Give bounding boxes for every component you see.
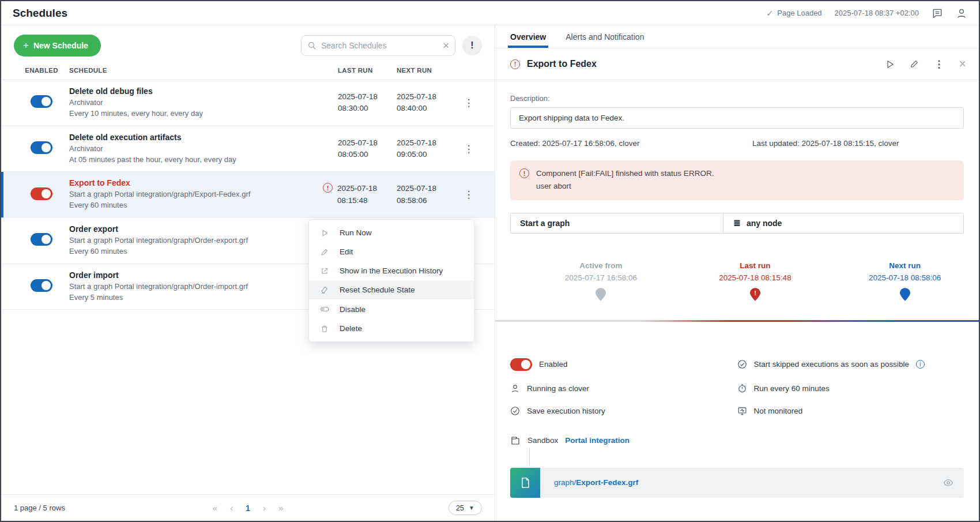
sandbox-link[interactable]: Portal integration	[565, 436, 630, 445]
new-schedule-button[interactable]: + New Schedule	[14, 35, 101, 57]
enabled-toggle[interactable]	[31, 233, 52, 246]
row-context-menu: Run Now Edit Show in the Execution Histo…	[308, 219, 474, 342]
enabled-toggle[interactable]	[31, 279, 52, 292]
enabled-setting: Enabled	[510, 358, 737, 371]
table-row[interactable]: Delete old execution artifacts Archivato…	[1, 126, 495, 172]
stopwatch-icon	[737, 384, 747, 393]
menu-item-edit[interactable]: Edit	[309, 242, 474, 261]
info-icon[interactable]: i	[916, 360, 925, 369]
enabled-toggle[interactable]	[31, 141, 52, 154]
play-icon	[319, 229, 329, 237]
table-row-selected[interactable]: Export to Fedex Start a graph Portal int…	[1, 172, 495, 218]
first-page-icon[interactable]: «	[213, 503, 217, 513]
pin-icon	[537, 288, 664, 301]
graph-file-row[interactable]: graph/Export-Fedex.grf	[510, 468, 964, 498]
enabled-toggle[interactable]	[31, 95, 52, 108]
problems-indicator-button[interactable]: !	[462, 36, 482, 55]
close-icon[interactable]: ×	[959, 57, 966, 72]
feedback-icon[interactable]	[932, 7, 943, 19]
plus-icon: +	[23, 40, 29, 51]
more-actions-icon[interactable]: ⋮	[934, 58, 944, 70]
timeline-last-run: Last run 2025-07-18 08:15:48 !	[692, 261, 819, 301]
pin-error-icon: !	[692, 288, 819, 301]
prev-page-icon[interactable]: ‹	[230, 503, 233, 513]
row-menu-icon[interactable]: ⋮	[455, 189, 482, 201]
save-history-setting: Save execution history	[510, 406, 737, 416]
timeline-active-from: Active from 2025-07-17 16:58:06	[537, 261, 664, 301]
tab-overview[interactable]: Overview	[510, 25, 546, 48]
trash-icon	[319, 325, 329, 333]
user-account-icon[interactable]	[956, 7, 967, 19]
schedule-subtitle: Start a graph Portal integration/graph/E…	[69, 189, 338, 200]
schedule-frequency: Every 10 minutes, every hour, every day	[69, 108, 338, 119]
file-badge	[510, 468, 540, 498]
pin-icon	[842, 288, 968, 301]
settings-grid: Enabled Start skipped executions as soon…	[510, 358, 964, 416]
menu-item-run-now[interactable]: Run Now	[309, 223, 474, 242]
col-enabled: ENABLED	[14, 67, 69, 74]
table-row[interactable]: Delete old debug files Archivator Every …	[1, 80, 495, 126]
timeline-line	[495, 320, 979, 322]
last-run-cell: 2025-07-1808:05:00	[338, 137, 397, 161]
tree-connector	[529, 448, 530, 465]
page-size-select[interactable]: 25 ▼	[448, 501, 482, 515]
col-last-run: LAST RUN	[338, 67, 397, 74]
menu-item-delete[interactable]: Delete	[309, 319, 474, 338]
schedule-frequency: Every 5 minutes	[69, 292, 338, 303]
current-page[interactable]: 1	[246, 504, 250, 513]
last-run-cell: 2025-07-1808:30:00	[338, 91, 397, 115]
page-title: Schedules	[13, 7, 67, 20]
col-schedule: SCHEDULE	[69, 67, 338, 74]
search-input[interactable]	[321, 41, 438, 50]
graph-file-link[interactable]: graph/Export-Fedex.grf	[554, 478, 943, 487]
schedule-title: Delete old debug files	[69, 87, 338, 96]
detail-title: Export to Fedex	[527, 59, 885, 69]
error-icon: !	[323, 183, 333, 193]
error-detail: user abort	[536, 180, 714, 193]
page-loaded-status: ✓ Page Loaded	[767, 9, 822, 18]
clear-search-icon[interactable]: ×	[443, 40, 449, 51]
schedule-subtitle: Archivator	[69, 97, 338, 108]
sandbox-icon	[510, 435, 521, 446]
file-icon	[519, 477, 531, 489]
sandbox-label: Sandbox	[527, 436, 558, 445]
row-menu-icon[interactable]: ⋮	[455, 97, 482, 109]
pagination: « ‹ 1 › »	[213, 503, 283, 513]
check-icon: ✓	[767, 9, 774, 18]
toggle-off-icon	[319, 305, 329, 314]
run-now-icon[interactable]	[885, 59, 895, 69]
sandbox-row: Sandbox Portal integration	[510, 435, 964, 446]
next-page-icon[interactable]: ›	[263, 503, 266, 513]
last-page-icon[interactable]: »	[278, 503, 283, 513]
edit-icon[interactable]	[910, 59, 919, 69]
schedule-timeline: Active from 2025-07-17 16:58:06 Last run…	[510, 261, 964, 325]
error-banner: ! Component [Fail:FAIL] finished with st…	[510, 160, 964, 200]
menu-item-show-execution-history[interactable]: Show in the Execution History	[309, 261, 474, 280]
start-skipped-setting: Start skipped executions as soon as poss…	[737, 358, 964, 371]
schedule-subtitle: Archivator	[69, 144, 338, 155]
schedule-title: Export to Fedex	[69, 178, 338, 187]
schedule-detail-pane: Overview Alerts and Notification ! Expor…	[495, 25, 979, 521]
not-monitored-setting: Not monitored	[737, 406, 964, 416]
new-schedule-label: New Schedule	[33, 41, 88, 50]
enabled-toggle[interactable]	[510, 358, 532, 371]
run-every-setting: Run every 60 minutes	[737, 384, 964, 393]
page-loaded-label: Page Loaded	[777, 9, 821, 17]
timeline-next-run: Next run 2025-07-18 08:58:06	[842, 261, 968, 301]
detail-header: ! Export to Fedex ⋮ ×	[495, 48, 979, 80]
error-icon: !	[519, 168, 529, 178]
schedule-frequency: Every 60 minutes	[69, 246, 338, 257]
enabled-toggle[interactable]	[31, 187, 52, 200]
running-as-setting: Running as clover	[510, 384, 737, 393]
error-message: Component [Fail:FAIL] finished with stat…	[536, 167, 714, 180]
tab-alerts-and-notification[interactable]: Alerts and Notification	[566, 25, 644, 48]
schedule-subtitle: Start a graph Portal integration/graph/O…	[69, 281, 338, 292]
error-icon: !	[510, 59, 520, 69]
preview-eye-icon[interactable]	[943, 478, 964, 488]
row-menu-icon[interactable]: ⋮	[455, 143, 482, 155]
eraser-icon	[319, 286, 329, 294]
last-run-cell: ! 2025-07-1808:15:48	[338, 183, 397, 206]
menu-item-disable[interactable]: Disable	[309, 299, 474, 319]
description-label: Description:	[510, 94, 964, 103]
menu-item-reset-schedule-state[interactable]: Reset Schedule State	[309, 280, 474, 299]
